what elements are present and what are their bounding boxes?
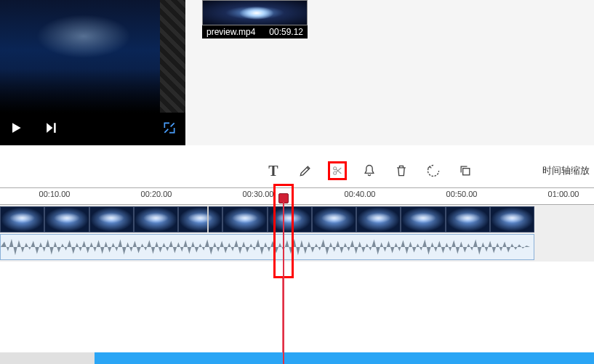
video-clip-thumb [178, 206, 222, 232]
audio-track[interactable] [0, 234, 534, 260]
media-label: preview.mp4 00:59.12 [202, 25, 308, 39]
text-tool-button[interactable]: T [264, 161, 283, 180]
copy-button[interactable] [456, 161, 475, 180]
preview-letterbox-stripe [160, 0, 185, 113]
media-filename: preview.mp4 [206, 27, 255, 37]
timeline-tracks[interactable] [0, 205, 594, 262]
next-button[interactable] [44, 121, 58, 138]
cut-tool-button[interactable] [328, 161, 347, 180]
preview-video-frame [0, 0, 160, 113]
trash-icon [394, 163, 409, 178]
ruler-tick: 00:20.00 [141, 190, 172, 198]
ruler-tick: 01:00.00 [548, 190, 579, 198]
media-thumbnail [202, 0, 308, 25]
video-clip-thumb [222, 206, 267, 232]
expand-icon [162, 121, 177, 135]
ruler-tick: 00:10.00 [39, 190, 71, 198]
delete-button[interactable] [392, 161, 411, 180]
playhead-handle[interactable] [278, 193, 289, 203]
crop-rotate-icon [426, 163, 441, 178]
timeline-ruler[interactable]: 00:10.00 00:20.00 00:30.00 00:40.00 00:5… [0, 187, 594, 205]
video-clip-thumb [446, 206, 490, 232]
media-duration: 00:59.12 [269, 27, 303, 37]
notification-button[interactable] [360, 161, 379, 180]
fullscreen-button[interactable] [162, 121, 177, 138]
timeline-toolbar: T 时间轴缩放 [0, 156, 594, 185]
ruler-tick: 00:50.00 [446, 190, 478, 198]
play-icon [9, 121, 23, 135]
copy-icon [458, 163, 473, 178]
timeline-scrollbar[interactable] [0, 352, 594, 364]
edit-tool-button[interactable] [296, 161, 315, 180]
video-clip-thumb [134, 206, 178, 232]
svg-point-1 [334, 167, 337, 170]
preview-panel [0, 0, 185, 145]
playhead-guide-line [282, 278, 284, 352]
timeline-scroll-thumb[interactable] [95, 352, 594, 364]
play-button[interactable] [9, 121, 23, 138]
video-clip-thumb [44, 206, 89, 232]
ruler-tick: 00:40.00 [345, 190, 376, 198]
next-icon [44, 121, 58, 135]
scissors-icon [332, 163, 343, 178]
audio-waveform [1, 235, 534, 259]
video-clip-thumb [356, 206, 401, 232]
video-track[interactable] [0, 206, 534, 232]
bell-icon [362, 163, 377, 178]
pencil-icon [298, 163, 313, 178]
video-clip-thumb [490, 206, 534, 232]
svg-point-0 [334, 171, 337, 174]
media-bin-item[interactable]: preview.mp4 00:59.12 [202, 0, 308, 39]
timeline-zoom-label: 时间轴缩放 [542, 164, 590, 177]
clip-split-line [207, 206, 209, 232]
video-clip-thumb [268, 206, 312, 232]
svg-rect-2 [463, 169, 470, 175]
preview-controls [0, 113, 185, 145]
video-clip-thumb [401, 206, 445, 232]
crop-button[interactable] [424, 161, 443, 180]
text-icon: T [268, 163, 278, 179]
video-clip-thumb [312, 206, 356, 232]
video-clip-thumb [0, 206, 44, 232]
video-clip-thumb [89, 206, 134, 232]
ruler-tick: 00:30.00 [243, 190, 274, 198]
